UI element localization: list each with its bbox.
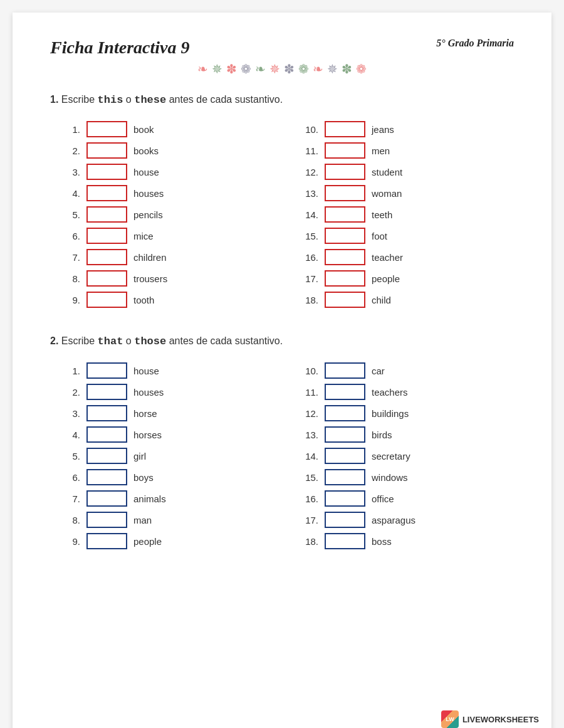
section-2-right: 10. car 11. teachers 12. buildings 13. b… [301,360,514,552]
answer-input[interactable] [325,206,365,223]
item-number: 5. [63,209,80,220]
item-word: pencils [133,209,163,220]
answer-input[interactable] [86,206,127,223]
list-item: 17. people [301,268,514,289]
page-subtitle: 5° Grado Primaria [436,38,514,49]
item-number: 5. [63,451,80,462]
answer-input[interactable] [325,533,365,549]
item-word: children [133,252,167,263]
item-word: houses [133,387,164,398]
item-word: horses [133,430,162,440]
section-1-grid: 1. book 2. books 3. house 4. houses 5. p… [50,119,514,310]
branding-label: LIVEWORKSHEETS [462,715,539,724]
answer-input[interactable] [86,292,127,308]
item-word: windows [372,472,408,483]
list-item: 3. horse [63,403,276,424]
answer-input[interactable] [86,270,127,287]
answer-input[interactable] [86,384,127,400]
list-item: 9. people [63,530,276,552]
answer-input[interactable] [86,448,127,464]
list-item: 4. houses [63,182,276,204]
item-number: 17. [301,273,318,284]
answer-input[interactable] [86,121,127,137]
answer-input[interactable] [325,384,365,400]
item-word: jeans [372,124,394,135]
answer-input[interactable] [325,164,365,180]
item-word: house [133,366,159,376]
answer-input[interactable] [86,249,127,265]
item-word: office [372,493,394,504]
item-number: 13. [301,430,318,440]
section-2-left: 1. house 2. houses 3. horse 4. horses 5.… [63,360,276,552]
list-item: 13. birds [301,424,514,445]
answer-input[interactable] [86,512,127,528]
list-item: 10. jeans [301,119,514,140]
answer-input[interactable] [325,249,365,265]
section-1-right: 10. jeans 11. men 12. student 13. woman … [301,119,514,310]
answer-input[interactable] [325,448,365,464]
item-number: 16. [301,252,318,263]
item-word: teachers [372,387,408,398]
list-item: 18. boss [301,530,514,552]
item-number: 12. [301,408,318,419]
item-number: 11. [301,145,318,156]
item-number: 18. [301,536,318,547]
answer-input[interactable] [325,292,365,308]
item-word: teacher [372,252,403,263]
answer-input[interactable] [325,405,365,421]
item-number: 17. [301,515,318,525]
list-item: 2. books [63,140,276,161]
item-number: 2. [63,145,80,156]
answer-input[interactable] [86,490,127,507]
answer-input[interactable] [325,512,365,528]
item-number: 4. [63,430,80,440]
answer-input[interactable] [86,142,127,159]
list-item: 16. teacher [301,246,514,268]
list-item: 15. windows [301,467,514,488]
answer-input[interactable] [325,469,365,485]
item-word: birds [372,430,392,440]
section-2-instruction: 2. Escribe that o those antes de cada su… [50,335,514,347]
item-word: horse [133,408,157,419]
list-item: 11. teachers [301,381,514,403]
item-word: car [372,366,385,376]
list-item: 16. office [301,488,514,509]
answer-input[interactable] [86,469,127,485]
item-number: 15. [301,231,318,241]
answer-input[interactable] [325,185,365,201]
item-word: woman [372,188,402,199]
list-item: 3. house [63,161,276,182]
answer-input[interactable] [325,270,365,287]
answer-input[interactable] [325,142,365,159]
list-item: 8. man [63,509,276,530]
answer-input[interactable] [325,228,365,244]
answer-input[interactable] [86,405,127,421]
item-number: 16. [301,493,318,504]
answer-input[interactable] [86,228,127,244]
item-word: animals [133,493,166,504]
answer-input[interactable] [86,426,127,443]
answer-input[interactable] [325,121,365,137]
list-item: 15. foot [301,225,514,246]
list-item: 14. secretary [301,445,514,467]
answer-input[interactable] [325,362,365,379]
item-word: mice [133,231,154,241]
answer-input[interactable] [86,533,127,549]
item-number: 8. [63,273,80,284]
answer-input[interactable] [86,362,127,379]
answer-input[interactable] [86,185,127,201]
item-word: girl [133,451,146,462]
item-word: foot [372,231,387,241]
item-word: boss [372,536,392,547]
item-word: books [133,145,159,156]
section-1-instruction: 1. Escribe this o these antes de cada su… [50,94,514,106]
page: Ficha Interactiva 9 5° Grado Primaria ❧ … [13,13,551,728]
list-item: 17. asparagus [301,509,514,530]
answer-input[interactable] [325,426,365,443]
item-number: 2. [63,387,80,398]
section-2-grid: 1. house 2. houses 3. horse 4. horses 5.… [50,360,514,552]
item-number: 7. [63,252,80,263]
answer-input[interactable] [325,490,365,507]
answer-input[interactable] [86,164,127,180]
item-word: child [372,295,391,305]
